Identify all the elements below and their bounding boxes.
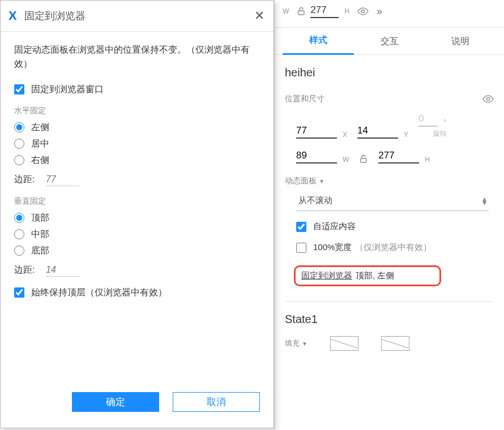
svg-rect-0: [298, 11, 304, 15]
h-unit: H: [425, 156, 430, 164]
section-position-size: 位置和尺寸: [285, 94, 494, 104]
fixed-detail: 顶部, 左侧: [356, 270, 394, 281]
fill-label[interactable]: 填充▼: [285, 338, 307, 349]
fill-swatch-1[interactable]: [330, 336, 358, 351]
dialog-footer: 确定 取消: [1, 382, 274, 428]
widget-name[interactable]: heihei: [285, 66, 494, 79]
radio-center[interactable]: 居中: [14, 138, 260, 150]
fill-row: 填充▼: [285, 336, 494, 351]
inspector-body: heihei 位置和尺寸 X Y ° 旋转: [275, 55, 504, 362]
svg-rect-3: [361, 158, 366, 162]
scroll-select[interactable]: 从不滚动 ▴▾: [296, 195, 489, 211]
fixed-to-browser-row: 固定到浏览器 顶部, 左侧: [294, 265, 441, 286]
rotation-input[interactable]: [418, 113, 438, 127]
dialog-body: 固定动态面板在浏览器中的位置保持不变。（仅浏览器中有效） 固定到浏览器窗口 水平…: [1, 32, 274, 382]
degree-symbol: °: [443, 118, 447, 127]
w-input[interactable]: [296, 150, 337, 164]
dynamic-panel-header[interactable]: 动态面板 ▼: [285, 176, 494, 186]
radio-left[interactable]: 左侧: [14, 122, 260, 134]
ok-button[interactable]: 确定: [72, 392, 159, 412]
y-label: Y: [404, 131, 408, 139]
app-logo-icon: X: [8, 8, 15, 23]
keep-top-checkbox[interactable]: 始终保持顶层（仅浏览器中有效）: [14, 287, 260, 299]
radio-bottom[interactable]: 底部: [14, 245, 260, 257]
y-input[interactable]: [357, 125, 398, 139]
height-value[interactable]: [310, 5, 339, 18]
wh-bar: W H »: [275, 1, 504, 28]
fill-swatch-2[interactable]: [381, 336, 409, 351]
vertical-label: 垂直固定: [14, 196, 260, 207]
position-row: X Y ° 旋转: [285, 113, 494, 139]
cancel-button[interactable]: 取消: [173, 392, 260, 412]
more-icon[interactable]: »: [373, 6, 385, 18]
x-label: X: [343, 131, 347, 139]
visibility-icon[interactable]: [357, 7, 369, 15]
close-icon[interactable]: ✕: [254, 10, 264, 22]
fixed-to-browser-link[interactable]: 固定到浏览器: [301, 270, 352, 281]
lock-open-icon[interactable]: [297, 7, 306, 16]
pin-to-browser-dialog: X 固定到浏览器 ✕ 固定动态面板在浏览器中的位置保持不变。（仅浏览器中有效） …: [0, 0, 274, 428]
tab-interaction[interactable]: 交互: [354, 36, 425, 54]
stepper-icon: ▴▾: [482, 197, 486, 205]
dialog-titlebar: X 固定到浏览器 ✕: [1, 1, 274, 32]
full-width-checkbox[interactable]: 100%宽度 （仅浏览器中有效）: [296, 242, 494, 253]
vertical-margin-row: 边距:: [14, 264, 260, 277]
dialog-title: 固定到浏览器: [24, 9, 254, 23]
x-input[interactable]: [296, 125, 337, 139]
svg-point-1: [361, 10, 364, 12]
w-unit: W: [343, 156, 349, 164]
svg-point-2: [486, 97, 489, 100]
tab-style[interactable]: 样式: [283, 35, 354, 55]
inspector-tabs: 样式 交互 说明: [275, 28, 504, 55]
w-label: W: [281, 7, 292, 15]
fit-content-checkbox[interactable]: 自适应内容: [296, 221, 494, 232]
radio-middle[interactable]: 中部: [14, 229, 260, 240]
pin-checkbox[interactable]: 固定到浏览器窗口: [14, 84, 260, 96]
radio-top[interactable]: 顶部: [14, 212, 260, 224]
vertical-margin-input[interactable]: [46, 264, 80, 277]
size-row: W H: [285, 150, 494, 164]
h-label: H: [343, 7, 353, 15]
horizontal-margin-input[interactable]: [46, 173, 80, 186]
chevron-down-icon: ▼: [319, 178, 324, 184]
inspector-panel: W H » 样式 交互 说明 heihei 位置和尺寸 X: [274, 0, 504, 430]
radio-right[interactable]: 右侧: [14, 154, 260, 166]
h-input[interactable]: [378, 150, 419, 164]
state-name[interactable]: State1: [285, 301, 494, 326]
chevron-down-icon: ▼: [302, 341, 307, 347]
tab-notes[interactable]: 说明: [425, 36, 496, 54]
rotation-label: 旋转: [418, 129, 447, 139]
horizontal-margin-row: 边距:: [14, 173, 260, 186]
dialog-description: 固定动态面板在浏览器中的位置保持不变。（仅浏览器中有效）: [14, 43, 260, 71]
horizontal-label: 水平固定: [14, 106, 260, 116]
visibility-icon[interactable]: [482, 95, 494, 103]
lock-open-icon[interactable]: [359, 154, 368, 164]
